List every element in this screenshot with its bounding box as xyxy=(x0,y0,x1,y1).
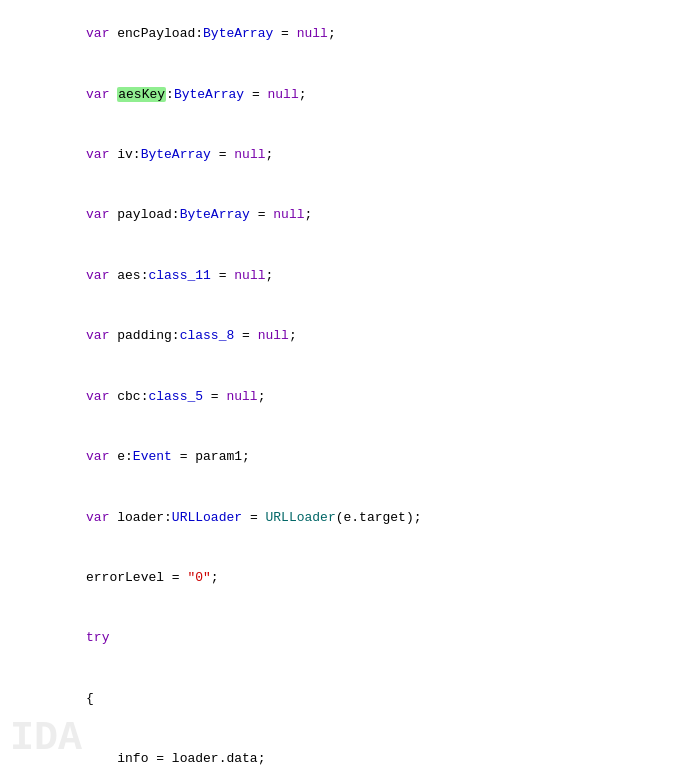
code-line: var cbc:class_5 = null; xyxy=(0,367,690,427)
code-line: errorLevel = "0"; xyxy=(0,548,690,608)
code-line: var encPayload:ByteArray = null; xyxy=(0,4,690,64)
code-line: var iv:ByteArray = null; xyxy=(0,125,690,185)
aeskey-highlight: aesKey xyxy=(117,87,166,102)
code-line: var aesKey:ByteArray = null; xyxy=(0,64,690,124)
code-line: var loader:URLLoader = URLLoader(e.targe… xyxy=(0,487,690,547)
code-line: var aes:class_11 = null; xyxy=(0,246,690,306)
code-line: var padding:class_8 = null; xyxy=(0,306,690,366)
code-container: var encPayload:ByteArray = null; var aes… xyxy=(0,0,690,780)
code-line: { xyxy=(0,669,690,729)
code-line: var e:Event = param1; xyxy=(0,427,690,487)
code-line: info = loader.data; xyxy=(0,729,690,780)
code-line: try xyxy=(0,608,690,668)
code-line: var payload:ByteArray = null; xyxy=(0,185,690,245)
